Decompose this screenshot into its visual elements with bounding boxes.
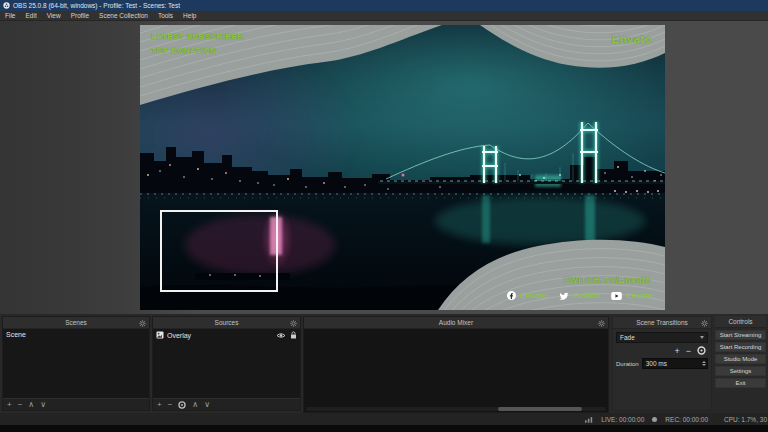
transition-buttons-row: + − (613, 346, 711, 355)
controls-panel: Controls Start Streaming Start Recording… (715, 316, 766, 411)
main-area: LATEST SUBSCRIBER TOP DONATION Envato TW… (0, 21, 768, 314)
menu-view[interactable]: View (42, 11, 66, 20)
window-title: OBS 25.0.8 (64-bit, windows) - Profile: … (13, 2, 180, 9)
audio-mixer-header[interactable]: Audio Mixer (304, 317, 608, 329)
latest-subscriber-label: LATEST SUBSCRIBER (151, 32, 243, 41)
video-preview[interactable]: LATEST SUBSCRIBER TOP DONATION Envato TW… (140, 25, 665, 310)
menu-file[interactable]: File (0, 11, 20, 20)
social-twitter: Envato (559, 291, 600, 300)
audio-mixer-scrollbar[interactable] (306, 407, 606, 411)
transitions-header[interactable]: Scene Transitions (613, 317, 711, 329)
social-youtube: Envato (611, 291, 653, 300)
rec-status-dot-icon (652, 417, 657, 422)
transition-select[interactable]: Fade (616, 332, 708, 343)
menu-scene-collection[interactable]: Scene Collection (94, 11, 153, 20)
twitter-icon (559, 292, 569, 300)
gear-icon[interactable] (701, 320, 708, 327)
scene-move-down-button[interactable]: ∨ (40, 401, 46, 409)
remove-transition-button[interactable]: − (686, 347, 691, 355)
spinner-arrows-icon[interactable] (702, 359, 706, 368)
brand-logo-text: Envato (612, 33, 652, 45)
settings-button[interactable]: Settings (715, 366, 766, 376)
controls-title: Controls (728, 318, 752, 325)
title-bar[interactable]: OBS 25.0.8 (64-bit, windows) - Profile: … (0, 0, 768, 11)
scenes-list: Scene (3, 329, 149, 398)
add-scene-button[interactable]: + (7, 401, 12, 409)
scene-item-label: Scene (6, 331, 26, 338)
sources-panel-title: Sources (215, 319, 239, 326)
top-donation-label: TOP DONATION (151, 46, 216, 55)
transition-selected-value: Fade (620, 334, 635, 341)
audio-mixer-title: Audio Mixer (439, 319, 473, 326)
exit-button[interactable]: Exit (715, 378, 766, 388)
duration-label: Duration (616, 361, 639, 367)
source-item-label: Overlay (167, 332, 191, 339)
remove-source-button[interactable]: − (168, 401, 173, 409)
sources-list: Overlay (153, 329, 300, 398)
controls-header: Controls (715, 316, 766, 328)
remove-scene-button[interactable]: − (18, 401, 23, 409)
lock-icon[interactable] (290, 331, 297, 339)
audio-mixer-body (304, 329, 608, 412)
facebook-handle: Envato (520, 291, 547, 300)
sources-panel-header[interactable]: Sources (153, 317, 300, 329)
transitions-title: Scene Transitions (636, 319, 688, 326)
gear-icon[interactable] (290, 320, 297, 327)
gear-icon[interactable] (598, 320, 605, 327)
youtube-handle: Envato (626, 291, 653, 300)
audio-mixer-panel: Audio Mixer (303, 316, 609, 413)
cpu-usage: CPU: 1.7%, 30 (724, 416, 767, 423)
scene-list-item[interactable]: Scene (3, 329, 149, 340)
chevron-down-icon (700, 336, 704, 339)
twitter-handle: Envato (573, 291, 600, 300)
sources-toolbar: + − ∧ ∨ (153, 398, 300, 410)
menu-tools[interactable]: Tools (153, 11, 178, 20)
add-transition-button[interactable]: + (674, 347, 679, 355)
social-facebook: Envato (507, 291, 547, 300)
duration-value: 300 ms (646, 360, 667, 367)
source-list-item[interactable]: Overlay (153, 329, 300, 341)
add-source-button[interactable]: + (157, 401, 162, 409)
sources-panel: Sources Overlay (152, 316, 301, 411)
scene-move-up-button[interactable]: ∧ (28, 401, 34, 409)
menu-edit[interactable]: Edit (20, 11, 41, 20)
start-recording-button[interactable]: Start Recording (715, 342, 766, 352)
source-properties-icon[interactable] (178, 401, 186, 409)
window-bottom-edge (0, 425, 768, 432)
menu-bar: File Edit View Profile Scene Collection … (0, 11, 768, 21)
twitch-url-label: TWITCH.TV/Envato (563, 275, 651, 285)
network-signal-icon (585, 416, 593, 423)
obs-logo-icon (3, 2, 10, 9)
source-selection-frame[interactable] (160, 210, 278, 292)
scenes-panel: Scenes Scene + − ∧ ∨ (2, 316, 150, 411)
status-bar: LIVE: 00:00:00 REC: 00:00:00 CPU: 1.7%, … (0, 413, 768, 425)
social-links-row: Envato Envato Envato (507, 291, 653, 300)
scenes-panel-header[interactable]: Scenes (3, 317, 149, 329)
duration-spinbox[interactable]: 300 ms (642, 358, 708, 369)
scenes-toolbar: + − ∧ ∨ (3, 398, 149, 410)
transition-properties-icon[interactable] (697, 346, 706, 355)
menu-profile[interactable]: Profile (66, 11, 94, 20)
obs-window: OBS 25.0.8 (64-bit, windows) - Profile: … (0, 0, 768, 432)
rec-time: REC: 00:00:00 (665, 416, 708, 423)
image-source-icon (156, 331, 164, 339)
gear-icon[interactable] (139, 320, 146, 327)
source-move-down-button[interactable]: ∨ (204, 401, 210, 409)
visibility-eye-icon[interactable] (276, 332, 286, 339)
live-time: LIVE: 00:00:00 (601, 416, 644, 423)
scenes-panel-title: Scenes (65, 319, 87, 326)
start-streaming-button[interactable]: Start Streaming (715, 330, 766, 340)
scrollbar-thumb[interactable] (498, 407, 582, 411)
duration-row: Duration 300 ms (613, 358, 711, 369)
menu-help[interactable]: Help (178, 11, 201, 20)
facebook-icon (507, 291, 516, 300)
youtube-icon (611, 292, 622, 300)
source-move-up-button[interactable]: ∧ (192, 401, 198, 409)
dock-area: Scenes Scene + − ∧ ∨ Sources (0, 314, 768, 413)
scene-transitions-panel: Scene Transitions Fade + − Duration (612, 316, 712, 411)
studio-mode-button[interactable]: Studio Mode (715, 354, 766, 364)
